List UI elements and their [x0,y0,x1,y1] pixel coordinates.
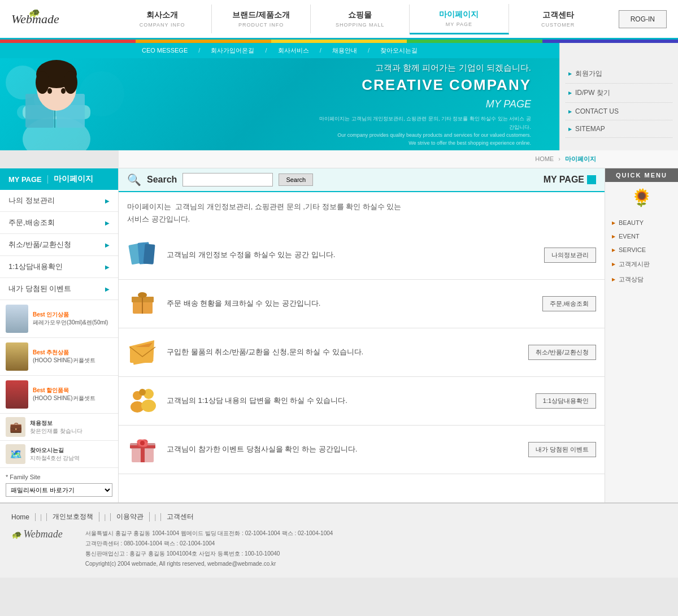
sidebar-title-en: MY PAGE [8,175,48,184]
directions-icon: 🗺️ [6,444,25,464]
right-menu-find-id[interactable]: ID/PW 찾기 [566,84,672,103]
sidebar-menu-order[interactable]: 주문,배송조회 ▶ [0,212,118,234]
login-button[interactable]: ROG-IN [619,10,667,28]
right-menu-contact[interactable]: CONTACT US [566,103,672,120]
quick-item-event[interactable]: EVENT [605,229,678,243]
search-button[interactable]: Search [279,173,313,186]
quick-menu-items: BEAUTY EVENT SERVICE 고객게시판 고객상담 [605,213,678,290]
breadcrumb-row: HOME › 마이페이지 [0,150,678,168]
service-btn-1[interactable]: 주문,배송조회 [542,296,596,311]
info-item-career[interactable]: 💼 채용정보 찾은인재를 찾습니다 [0,414,118,441]
service-item-2: 구입한 물품의 취소/반품/교환을 신청,문의 하실 수 있습니다. 취소/반품… [119,328,605,377]
quick-item-service[interactable]: SERVICE [605,243,678,257]
sidebar-menu-event[interactable]: 내가 당첨된 이벤트 ▶ [0,278,118,300]
header: Webmade 회사소개 COMPANY INFO 브랜드/제품소개 PRODU… [0,0,678,40]
person-silhouette [11,54,102,150]
service-desc-2: 구입한 물품의 취소/반품/교환을 신청,문의 하실 수 있습니다. [167,346,520,358]
product-item-0[interactable]: Best 인기상품 페레가모우먼(30ml)&렌(50ml) [0,300,118,338]
svg-rect-13 [144,244,155,264]
svg-point-25 [139,389,146,396]
footer-nav-privacy[interactable]: 개인보호정책 [47,512,99,522]
svg-point-10 [61,88,66,94]
main-nav: 회사소개 COMPANY INFO 브랜드/제품소개 PRODUCT INFO … [113,0,607,38]
sub-nav-service[interactable]: 회사서비스 [278,47,309,54]
footer-nav-terms[interactable]: 이용약관 [111,512,150,522]
sidebar-menu-profile[interactable]: 나의 정보관리 ▶ [0,190,118,212]
person-svg [11,54,102,150]
product-img-2 [6,380,28,409]
service-btn-4[interactable]: 내가 당첨된 이벤트 [528,442,596,457]
service-icon-people [127,385,158,417]
service-item-3: 고객님의 1:1상담 내용의 답변을 확인 하실 수 있습니다. 1:1상담내용… [119,377,605,426]
product-label-0: Best 인기상품 [33,311,108,319]
logo[interactable]: Webmade [11,12,102,27]
hero-mypage: MY PAGE [113,98,531,110]
footer-divider-3: | [150,513,161,521]
mypage-icon [587,175,596,184]
service-desc-3: 고객님의 1:1상담 내용의 답변을 확인 하실 수 있습니다. [167,395,527,407]
sub-nav-company[interactable]: 회사가입어온길 [211,47,254,54]
sidebar-menu-return[interactable]: 취소/반품/교환신청 ▶ [0,234,118,256]
breadcrumb-content-wrap: HOME › 마이페이지 [119,150,678,168]
service-btn-0[interactable]: 나의정보관리 [544,248,596,263]
box-svg [127,288,158,319]
service-btn-3[interactable]: 1:1상담내용확인 [536,393,596,409]
service-desc-1: 주문 배송 현황을 체크하실 수 있는 공간입니다. [167,298,534,310]
gift-svg [127,434,158,465]
nav-company[interactable]: 회사소개 COMPANY INFO [113,5,212,33]
footer: Home | 개인보호정책 | 이용약관 | 고객센터 🐢 Webmade 서울… [0,502,678,578]
sub-nav-directions[interactable]: 찾아오시는길 [380,47,418,54]
search-icon: 🔍 [127,173,141,186]
sidebar-menu-consult[interactable]: 1:1상담내용확인 ▶ [0,256,118,278]
product-item-2[interactable]: Best 할인품목 (HOOO SHINE)커플셋트 [0,376,118,414]
search-input[interactable] [182,173,273,186]
footer-nav-home[interactable]: Home [11,513,36,521]
nav-brand[interactable]: 브랜드/제품소개 PRODUCT INFO [212,5,311,33]
info-item-directions[interactable]: 🗺️ 찾아오시는길 지하철4호선 강남역 [0,441,118,468]
quick-item-consult[interactable]: 고객상담 [605,272,678,287]
footer-divider-1: | [36,513,47,521]
arrow-icon-2: ▶ [105,242,110,248]
quick-item-beauty[interactable]: BEAUTY [605,216,678,229]
arrow-icon-4: ▶ [105,286,110,292]
hero-text: 고객과 함께 피어가는 기업이 되겠습니다. CREATIVE COMPANY … [113,46,559,148]
svg-point-17 [138,292,147,298]
nav-mypage[interactable]: 마이페이지 MY PAGE [410,4,508,34]
sub-nav-ceo[interactable]: CEO MESSEGE [142,47,188,54]
product-name-0: 페레가모우먼(30ml)&렌(50ml) [33,319,108,327]
quick-flower-icon: 🌻 [605,182,678,213]
product-label-2: Best 할인품목 [33,387,95,394]
service-icon-book [127,240,158,271]
search-left: 🔍 Search Search [127,173,313,186]
footer-content: 🐢 Webmade 서울특별시 홍길구 홍길동 1004-1004 웹메이드 빌… [11,528,667,569]
right-sidebar: 회원가입 ID/PW 찾기 CONTACT US SITEMAP [559,43,678,150]
breadcrumb-arrow: › [558,155,562,162]
product-item-1[interactable]: Best 추천상품 (HOOO SHINE)커플셋트 [0,338,118,376]
arrow-icon-0: ▶ [105,198,110,204]
sidebar-title: MY PAGE 마이페이지 [0,168,118,190]
service-icon-gift [127,434,158,465]
breadcrumb-home[interactable]: HOME [535,155,554,162]
service-item-4: 고객님이 참가한 이벤트 당첨사실을 확인 하는 공간입니다. 내가 당첨된 이… [119,426,605,474]
svg-point-7 [36,71,49,94]
right-menu-register[interactable]: 회원가입 [566,64,672,84]
career-icon: 💼 [6,417,25,437]
footer-nav: Home | 개인보호정책 | 이용약관 | 고객센터 [11,512,667,522]
service-btn-2[interactable]: 취소/반품/교환신청 [528,345,596,360]
family-site-select[interactable]: 패밀리싸이트 바로가기 [6,483,112,497]
quick-item-board[interactable]: 고객게시판 [605,257,678,272]
center-col: 🔍 Search Search MY PAGE 마이페이지는 고객님의 개인정보… [119,168,605,502]
footer-info: 서울특별시 홍길구 홍길동 1004-1004 웹메이드 빌딩 대표전화 : 0… [85,528,333,569]
svg-point-8 [64,71,77,94]
svg-point-32 [140,441,145,445]
footer-copyright: Copyright(c) 2004 webmade, All rights re… [85,559,333,569]
sidebar-title-ko: 마이페이지 [54,174,93,184]
breadcrumb-spacer [0,150,119,168]
service-desc-4: 고객님이 참가한 이벤트 당첨사실을 확인 하는 공간입니다. [167,444,520,456]
nav-shopping[interactable]: 쇼핑몰 SHOPPING MALL [311,5,410,33]
footer-nav-customer[interactable]: 고객센터 [161,512,199,522]
nav-customer[interactable]: 고객센타 CUSTOMER [509,5,607,33]
right-menu-sitemap[interactable]: SITEMAP [566,120,672,138]
search-bar: 🔍 Search Search MY PAGE [119,168,605,192]
sub-nav-recruit[interactable]: 채용안내 [332,47,357,54]
